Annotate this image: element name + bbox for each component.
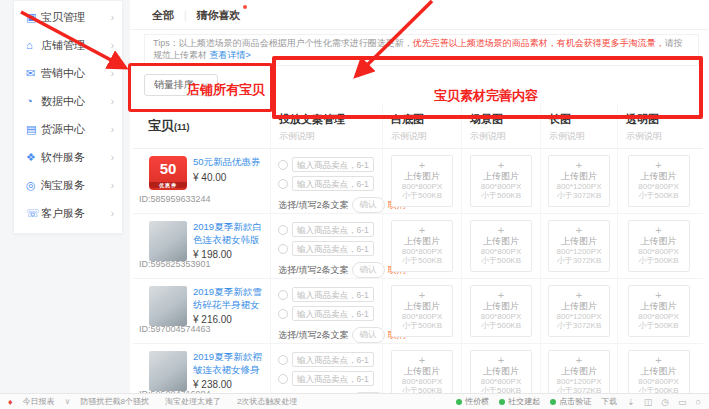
header-column-sub: 示例说明	[549, 130, 617, 143]
checkbox[interactable]	[278, 355, 288, 365]
upload-cell: +上传图片800*1200PX小于3072KB	[540, 214, 617, 278]
product-title-link[interactable]: 2019夏季新款褶皱连衣裙女修身显瘦小众网红	[193, 351, 266, 376]
product-info: 2019夏季新款白色连衣裙女韩版短袖T恤中长款¥ 198.00	[193, 221, 266, 278]
product-photo	[149, 221, 187, 261]
upload-label: 上传图片	[549, 171, 609, 182]
copy-input-row	[278, 306, 378, 321]
toolbar-icon[interactable]: ◫	[644, 397, 653, 407]
badge-label: 性价横	[465, 396, 489, 407]
statusbar-left-label[interactable]: 今日报表	[23, 396, 55, 407]
selling-point-input[interactable]	[292, 352, 374, 367]
selling-point-input[interactable]	[292, 157, 374, 172]
chevron-right-icon: ›	[111, 124, 114, 135]
tips-highlight: 优先完善以上频道场景的商品素材，有机会获得更多手淘流量，	[413, 38, 665, 48]
selling-point-input[interactable]	[292, 306, 374, 321]
upload-image-button[interactable]: +上传图片800*1200PX小于3072KB	[548, 220, 610, 272]
statusbar-plugin-badge[interactable]: 社交建起	[499, 396, 540, 407]
table-row: 2019夏季新款雪纺碎花半身裙女中长款韩版白¥ 216.00ID:5970045…	[133, 279, 703, 344]
upload-image-button[interactable]: +上传图片800*800PX小于500KB	[628, 155, 690, 207]
selling-point-input[interactable]	[292, 176, 374, 191]
coupon-strip: 优惠券	[149, 182, 187, 188]
selling-point-input[interactable]	[292, 241, 374, 256]
copy-input-row	[278, 287, 378, 302]
upload-spec-size: 800*1200PX	[549, 182, 609, 191]
upload-cell: +上传图片800*800PX小于500KB	[617, 149, 699, 213]
upload-label: 上传图片	[629, 236, 689, 247]
confirm-button[interactable]: 确认	[352, 327, 385, 343]
statusbar-plugin-badge[interactable]: 点击验证	[550, 396, 591, 407]
toolbar-icon[interactable]: ▭	[678, 397, 687, 407]
sidebar-item-5[interactable]: ▤货源中心›	[14, 115, 122, 143]
view-details-link[interactable]: 查看详情>	[210, 50, 251, 60]
sidebar-item-8[interactable]: ☏客户服务›	[14, 199, 122, 227]
upload-cell: +上传图片800*800PX小于500KB	[382, 279, 461, 343]
chevron-down-icon: ∨	[202, 81, 208, 90]
chevron-down-icon[interactable]: ∨	[65, 397, 71, 406]
upload-image-button[interactable]: +上传图片800*1200PX小于3072KB	[548, 285, 610, 337]
selling-point-input[interactable]	[292, 371, 374, 386]
statusbar-plugin-badge[interactable]: 性价横	[456, 396, 489, 407]
sidebar-item-2[interactable]: ⌂店铺管理›	[14, 31, 122, 59]
sidebar-item-4[interactable]: ◔数据中心›	[14, 87, 122, 115]
sidebar-item-7[interactable]: ◎淘宝服务›	[14, 171, 122, 199]
software-service-icon: ❖	[26, 151, 41, 164]
upload-label: 上传图片	[392, 236, 452, 247]
upload-cell: +上传图片800*800PX小于500KB	[461, 279, 540, 343]
tab-all[interactable]: 全部	[152, 8, 174, 23]
upload-spec-limit: 小于3072KB	[549, 191, 609, 200]
plus-icon: +	[471, 289, 531, 301]
checkbox[interactable]	[278, 309, 288, 319]
upload-spec-size: 800*800PX	[629, 247, 689, 256]
tab-guess-you-like[interactable]: 猜你喜欢	[197, 8, 241, 23]
upload-spec-size: 800*1200PX	[549, 247, 609, 256]
chevron-right-icon: ›	[111, 96, 114, 107]
sidebar-item-label: 客户服务	[41, 206, 111, 221]
upload-spec-limit: 小于500KB	[629, 256, 689, 265]
confirm-button[interactable]: 确认	[352, 197, 385, 213]
sort-dropdown[interactable]: 销量排序 ∨	[144, 74, 218, 96]
header-column-title: 透明图	[626, 112, 699, 127]
checkbox[interactable]	[278, 244, 288, 254]
sidebar-item-1[interactable]: ▣宝贝管理›	[14, 3, 122, 31]
upload-image-button[interactable]: +上传图片800*1200PX小于3072KB	[548, 155, 610, 207]
plus-icon: +	[629, 159, 689, 171]
upload-image-button[interactable]: +上传图片800*800PX小于500KB	[391, 285, 453, 337]
product-id: ID:595825353901	[139, 259, 211, 269]
toolbar-icon[interactable]: ○	[696, 397, 701, 407]
selling-point-input[interactable]	[292, 222, 374, 237]
upload-spec-limit: 小于500KB	[392, 191, 452, 200]
checkbox[interactable]	[278, 290, 288, 300]
copy-input-row	[278, 157, 378, 172]
checkbox[interactable]	[278, 374, 288, 384]
upload-image-button[interactable]: +上传图片800*800PX小于500KB	[470, 220, 532, 272]
confirm-button[interactable]: 确认	[352, 262, 385, 278]
browser-statusbar: ♦ 今日报表 ∨ 防骚扰拦截8个骚扰淘宝处理太难了2次状态触发处理 性价横社交建…	[0, 393, 709, 409]
checkbox[interactable]	[278, 225, 288, 235]
checkbox[interactable]	[278, 179, 288, 189]
selling-point-input[interactable]	[292, 287, 374, 302]
sidebar-item-6[interactable]: ❖软件服务›	[14, 143, 122, 171]
upload-image-button[interactable]: +上传图片800*800PX小于500KB	[470, 155, 532, 207]
tips-banner: Tips：以上频道场景的商品会根据用户个性化需求进行圈选更新，优先完善以上频道场…	[144, 34, 699, 66]
upload-image-button[interactable]: +上传图片800*800PX小于500KB	[628, 285, 690, 337]
product-title-link[interactable]: 50元新品优惠券	[193, 156, 266, 168]
statusbar-tool-icons: ⇣◫◷▭○	[627, 397, 701, 407]
product-title-link[interactable]: 2019夏季新款雪纺碎花半身裙女中长款韩版白	[193, 286, 266, 311]
upload-image-button[interactable]: +上传图片800*800PX小于500KB	[628, 220, 690, 272]
upload-image-button[interactable]: +上传图片800*800PX小于500KB	[470, 285, 532, 337]
upload-image-button[interactable]: +上传图片800*800PX小于500KB	[391, 155, 453, 207]
report-icon: ♦	[8, 397, 13, 407]
download-label[interactable]: 下载	[601, 396, 617, 407]
product-title-link[interactable]: 2019夏季新款白色连衣裙女韩版短袖T恤中长款	[193, 221, 266, 246]
sidebar-item-label: 店铺管理	[41, 38, 111, 53]
toolbar-icon[interactable]: ⇣	[627, 397, 635, 407]
main-content: 全部 | 猜你喜欢 Tips：以上频道场景的商品会根据用户个性化需求进行圈选更新…	[130, 0, 709, 409]
toolbar-icon[interactable]: ◷	[661, 397, 669, 407]
plus-icon: +	[549, 224, 609, 236]
sidebar-item-3[interactable]: ✉营销中心›	[14, 59, 122, 87]
sidebar-item-label: 营销中心	[41, 66, 111, 81]
upload-label: 上传图片	[392, 301, 452, 312]
upload-image-button[interactable]: +上传图片800*800PX小于500KB	[391, 220, 453, 272]
checkbox[interactable]	[278, 160, 288, 170]
product-cell: 2019夏季新款白色连衣裙女韩版短袖T恤中长款¥ 198.00ID:595825…	[133, 214, 270, 278]
